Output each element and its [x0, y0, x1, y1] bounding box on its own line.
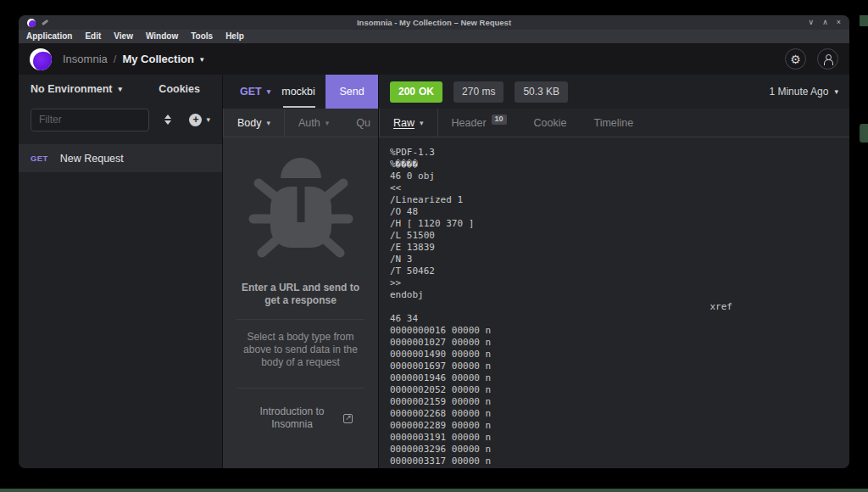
tab-timeline[interactable]: Timeline [580, 109, 647, 137]
menu-help[interactable]: Help [225, 32, 244, 41]
tab-cookie[interactable]: Cookie [520, 109, 581, 137]
response-panel: 200 OK 270 ms 50.3 KB 1 Minute Ago ▾ Raw… [379, 75, 849, 468]
plus-icon: + [189, 114, 202, 126]
request-list: GET New Request [19, 136, 222, 172]
response-history-dropdown[interactable]: 1 Minute Ago ▾ [769, 86, 838, 98]
gear-icon: ⚙ [790, 53, 801, 65]
response-meta-bar: 200 OK 270 ms 50.3 KB 1 Minute Ago ▾ [379, 75, 849, 109]
chevron-down-icon: ▾ [326, 119, 330, 127]
sort-down-icon [164, 120, 171, 125]
user-icon [823, 54, 833, 64]
menubar: Application Edit View Window Tools Help [19, 30, 849, 43]
minimize-icon[interactable]: ∨ [809, 19, 815, 26]
chevron-down-icon[interactable]: ▾ [200, 55, 204, 64]
history-label: 1 Minute Ago [769, 86, 828, 98]
desktop-wallpaper-strip [0, 489, 868, 492]
breadcrumb-collection-name[interactable]: My Collection [122, 53, 194, 65]
external-link-icon: ↗ [343, 414, 353, 423]
cookies-button[interactable]: Cookies [159, 83, 200, 95]
menu-tools[interactable]: Tools [191, 32, 213, 41]
environment-selector[interactable]: No Environment ▾ [31, 83, 122, 95]
breadcrumb-separator: / [114, 53, 117, 65]
tab-body[interactable]: Body ▾ [223, 109, 285, 137]
menu-edit[interactable]: Edit [85, 32, 101, 41]
chevron-down-icon: ▾ [834, 87, 838, 96]
sort-up-icon [164, 115, 171, 119]
chevron-down-icon: ▾ [206, 115, 210, 124]
raw-response-text: %PDF-1.3 %���� 46 0 obj << /Linearized 1… [390, 147, 849, 467]
introduction-link-label: Introduction to Insomnia [249, 405, 336, 431]
insomnia-logo-icon [30, 48, 52, 70]
status-text: OK [419, 86, 434, 98]
app-mini-logo-icon [27, 19, 36, 27]
size-badge: 50.3 KB [515, 81, 568, 103]
insomnia-window: Insomnia - My Collection – New Request ∨… [19, 15, 849, 468]
sidebar: No Environment ▾ Cookies + ▾ GET [19, 75, 223, 468]
divider [236, 319, 364, 320]
tab-auth[interactable]: Auth ▾ [285, 109, 342, 137]
header-count-badge: 10 [492, 115, 507, 125]
filter-input[interactable] [31, 109, 149, 131]
tab-header[interactable]: Header 10 [438, 109, 520, 137]
request-name-label: New Request [60, 153, 124, 165]
request-tabs: Body ▾ Auth ▾ Qu [223, 109, 378, 137]
chevron-down-icon: ▾ [267, 119, 271, 127]
url-value: mockbi [281, 86, 315, 98]
url-bar: GET ▾ mockbi Send [223, 75, 378, 109]
response-raw-body: %PDF-1.3 %���� 46 0 obj << /Linearized 1… [379, 137, 849, 468]
empty-state-heading: Enter a URL and send to get a response [236, 282, 365, 307]
bug-icon [247, 148, 355, 275]
close-icon[interactable]: × [837, 19, 841, 26]
window-title: Insomnia - My Collection – New Request [19, 18, 849, 27]
method-label: GET [240, 86, 262, 98]
send-button[interactable]: Send [326, 75, 378, 109]
response-tabs: Raw ▾ Header 10 Cookie Timeline [379, 109, 849, 137]
status-code: 200 [398, 86, 415, 98]
breadcrumb-app-name: Insomnia [63, 53, 108, 65]
chevron-down-icon: ▾ [420, 119, 424, 127]
app-header: Insomnia / My Collection ▾ ⚙ [19, 43, 849, 75]
desktop-wallpaper-sliver-top [860, 15, 868, 26]
tab-raw[interactable]: Raw ▾ [379, 109, 438, 137]
pen-icon [42, 20, 48, 25]
titlebar: Insomnia - My Collection – New Request ∨… [19, 15, 849, 30]
sort-button[interactable] [164, 115, 171, 126]
request-panel: GET ▾ mockbi Send Body ▾ Auth ▾ [223, 75, 379, 468]
menu-application[interactable]: Application [26, 32, 72, 41]
settings-button[interactable]: ⚙ [785, 48, 806, 70]
desktop-wallpaper-sliver-right [860, 124, 868, 143]
url-input[interactable]: mockbi [281, 75, 326, 109]
introduction-link[interactable]: Introduction to Insomnia ↗ [249, 405, 353, 431]
divider [236, 388, 364, 389]
environment-label: No Environment [31, 83, 113, 95]
method-dropdown[interactable]: GET ▾ [223, 75, 270, 109]
breadcrumb: Insomnia / My Collection ▾ [63, 53, 203, 65]
request-method-label: GET [31, 154, 48, 163]
request-list-item[interactable]: GET New Request [19, 144, 222, 172]
menu-window[interactable]: Window [146, 32, 178, 41]
chevron-down-icon: ▾ [267, 87, 271, 96]
main-area: No Environment ▾ Cookies + ▾ GET [19, 75, 849, 468]
url-scrollbar-thumb[interactable] [283, 106, 315, 108]
tab-query[interactable]: Qu [342, 109, 378, 137]
chevron-down-icon: ▾ [119, 85, 123, 93]
menu-view[interactable]: View [114, 32, 133, 41]
empty-state-hint: Select a body type from above to send da… [234, 331, 368, 369]
status-badge: 200 OK [390, 81, 442, 103]
request-empty-state: Enter a URL and send to get a response S… [223, 137, 378, 468]
create-request-button[interactable]: + ▾ [189, 114, 210, 126]
maximize-icon[interactable]: ∧ [822, 19, 828, 26]
account-button[interactable] [817, 48, 838, 70]
time-badge: 270 ms [453, 81, 504, 103]
